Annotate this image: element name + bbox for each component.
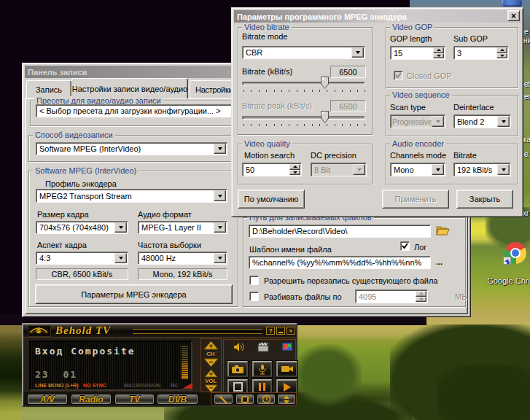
gop-length-spin-buttons[interactable] xyxy=(433,47,444,58)
spin-down-icon[interactable] xyxy=(416,297,426,303)
aspect-combo-arrow[interactable] xyxy=(114,253,127,263)
macrovision-label: MACROVISION xyxy=(124,383,160,388)
spin-up-icon[interactable] xyxy=(416,291,426,297)
settings-button[interactable] xyxy=(214,394,233,405)
sub-gop-spinner[interactable]: 3 xyxy=(453,46,509,60)
bitrate-mode-combo-arrow[interactable] xyxy=(351,47,364,58)
audio-format-combobox[interactable]: MPEG-1 Layer II xyxy=(138,221,227,234)
channel-up-button[interactable] xyxy=(203,341,219,351)
behold-logo-icon xyxy=(28,325,51,337)
sub-gop-spin-buttons[interactable] xyxy=(496,47,507,58)
desktop-icon-fragment-top[interactable] xyxy=(502,0,522,7)
spin-up-icon[interactable] xyxy=(289,164,300,170)
mpeg-params-button-label: Параметры MPEG энкодера xyxy=(81,290,186,299)
tv-screen-icon[interactable] xyxy=(281,342,293,354)
scheduler-button[interactable] xyxy=(257,394,276,405)
split-checkbox[interactable] xyxy=(249,292,259,301)
audio-record-button[interactable] xyxy=(252,361,272,377)
behold-tv-window: Behold TV ? × Вход Composite 23 01 LINE … xyxy=(22,323,297,407)
gop-length-spinner[interactable]: 15 xyxy=(390,46,445,60)
video-record-button[interactable] xyxy=(276,361,297,377)
dvb-button-label: DVB xyxy=(168,394,187,405)
peak-slider-track xyxy=(242,116,365,120)
video-files-button[interactable] xyxy=(235,394,254,405)
motion-search-spin-buttons[interactable] xyxy=(289,164,300,175)
profile-combo-arrow[interactable] xyxy=(214,190,226,201)
tab-nastroyki-zapisi-label: Настройки записи видео/аудио xyxy=(72,85,187,93)
help-button[interactable]: ? xyxy=(266,327,275,335)
rc-label: RC xyxy=(171,383,178,388)
profile-combobox[interactable]: MPEG2 Transport Stream xyxy=(36,189,227,203)
sample-rate-combo-arrow[interactable] xyxy=(214,253,226,263)
close-button[interactable]: Закрыть xyxy=(456,190,513,209)
sample-rate-combobox[interactable]: 48000 Hz xyxy=(138,252,227,265)
audio-bitrate-combobox[interactable]: 192 kBit/s xyxy=(453,163,511,176)
motion-search-spinner[interactable]: 50 xyxy=(242,163,302,176)
tab-nastroyki-zapisi[interactable]: Настройки записи видео/аудио xyxy=(71,78,188,98)
av-button[interactable]: A/V xyxy=(27,394,68,405)
audio-encoder-caption: Audio encoder xyxy=(390,139,446,149)
desktop-icon-chrome[interactable]: Google Chrome xyxy=(480,242,530,285)
method-combobox[interactable]: Software MPEG (InterVideo) xyxy=(36,142,227,155)
frame-size-combo-arrow[interactable] xyxy=(114,222,127,233)
video-bitrate-caption: Video bitrate xyxy=(242,23,292,32)
bitrate-slider-track[interactable] xyxy=(242,82,365,85)
mpeg-titlebar[interactable]: Параметры программного MPEG энкодера xyxy=(234,10,521,23)
overwrite-checkbox[interactable] xyxy=(249,276,259,285)
default-button[interactable]: По умолчанию xyxy=(238,190,305,209)
spin-down-icon[interactable] xyxy=(433,53,444,59)
bitrate-value-box: 6500 xyxy=(330,66,366,78)
template-label: Шаблон имени файла xyxy=(249,245,332,254)
app-close-button[interactable]: × xyxy=(287,327,295,335)
audio-format-combo-arrow[interactable] xyxy=(214,222,226,233)
mpeg-params-button[interactable]: Параметры MPEG энкодера xyxy=(35,284,233,304)
method-combo-arrow[interactable] xyxy=(214,144,226,154)
dvb-button[interactable]: DVB xyxy=(157,394,198,405)
audio-bitrate-combo-arrow[interactable] xyxy=(497,164,510,175)
desktop-icon-label-fragment-3: et xyxy=(524,80,530,88)
desktop-icon-label-fragment-6: е. xyxy=(524,150,530,158)
behold-title: Behold TV xyxy=(55,324,111,337)
chevron-down-icon xyxy=(119,257,123,260)
channels-mode-combobox[interactable]: Mono xyxy=(390,163,445,176)
aspect-combobox[interactable]: 4:3 xyxy=(36,252,128,265)
split-label: Разбивать файлы по xyxy=(264,292,342,301)
template-more-button[interactable]: ... xyxy=(436,257,443,266)
tv-button[interactable]: TV xyxy=(114,394,155,405)
filename-template-input[interactable]: %channel% (%yy%%mm%%dd%-%hh%%nn% xyxy=(249,256,431,269)
radio-button[interactable]: Radio xyxy=(71,394,112,405)
spin-up-icon[interactable] xyxy=(496,47,507,53)
folder-open-icon xyxy=(435,224,451,238)
clock-icon xyxy=(262,394,271,404)
deinterlace-combobox[interactable]: Blend 2 xyxy=(453,114,511,128)
gop-length-value: 15 xyxy=(394,49,402,58)
record-path-input[interactable]: D:\Beholder\Record\Video\ xyxy=(249,225,431,238)
channel-down-button[interactable] xyxy=(203,358,219,369)
deinterlace-combo-arrow[interactable] xyxy=(497,116,510,127)
motion-search-label: Motion search xyxy=(244,151,295,160)
split-size-spinner[interactable]: 4095 xyxy=(355,289,428,303)
bitrate-mode-combobox[interactable]: CBR xyxy=(242,46,365,59)
channels-mode-combo-arrow[interactable] xyxy=(432,164,444,175)
behold-titlebar[interactable]: Behold TV ? × xyxy=(23,324,296,337)
clapperboard-icon[interactable] xyxy=(257,342,269,354)
snapshot-button[interactable] xyxy=(227,361,248,377)
bitrate-mode-value: CBR xyxy=(246,48,262,57)
sample-rate-label: Частота выборки xyxy=(138,241,201,249)
mute-icon[interactable] xyxy=(233,342,245,354)
spin-up-icon[interactable] xyxy=(433,47,444,53)
browse-folder-button[interactable] xyxy=(435,224,451,238)
frame-size-combobox[interactable]: 704x576 (704x480) xyxy=(36,221,128,234)
mpeg-close-button[interactable]: × xyxy=(507,10,520,21)
chevron-down-icon xyxy=(436,120,440,123)
updown-button[interactable] xyxy=(277,394,296,405)
apply-button[interactable]: Применить xyxy=(382,190,449,209)
log-checkbox[interactable] xyxy=(400,241,410,251)
spin-down-icon[interactable] xyxy=(496,53,507,59)
split-size-spin-buttons[interactable] xyxy=(416,291,426,302)
bitrate-slider-ticks xyxy=(243,90,365,92)
filename-template-value: %channel% (%yy%%mm%%dd%-%hh%%nn% xyxy=(252,258,421,267)
record-panel-title: Панель записи xyxy=(28,68,87,77)
spin-down-icon[interactable] xyxy=(289,170,300,176)
minimize-button[interactable] xyxy=(276,327,285,335)
